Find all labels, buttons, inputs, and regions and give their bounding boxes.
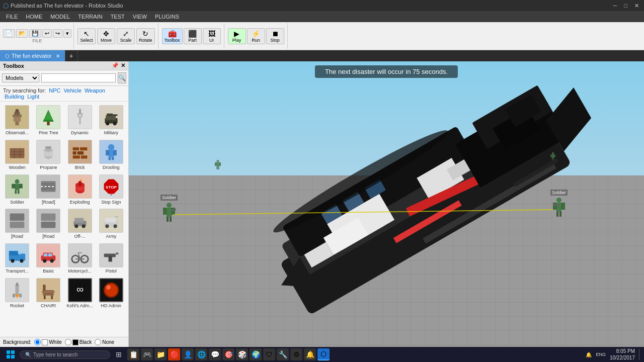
model-brick[interactable]: Brick	[65, 138, 95, 172]
model-road[interactable]: [Road]	[33, 173, 63, 207]
taskbar-app-7[interactable]: 💬	[209, 348, 221, 360]
scale-btn[interactable]: ⤢Scale	[117, 28, 135, 44]
tab-new[interactable]: +	[65, 50, 78, 61]
menu-test[interactable]: TEST	[107, 13, 129, 21]
menu-home[interactable]: HOME	[22, 13, 46, 21]
ribbon-open-btn[interactable]: 📂	[16, 29, 28, 38]
taskbar-app-4[interactable]: 🔴	[168, 348, 180, 360]
taskbar-app-2[interactable]: 🎮	[141, 348, 153, 360]
model-chair[interactable]: CHAIR!	[33, 277, 63, 310]
toolbox-btn[interactable]: 🧰Toolbox	[162, 28, 183, 44]
model-road3[interactable]: [Road	[33, 207, 63, 241]
taskbar-app-12[interactable]: 🔧	[277, 348, 289, 360]
toolbox-title: Toolbox	[3, 63, 24, 69]
suggestion-weapon[interactable]: Weapon	[85, 87, 105, 94]
model-basic[interactable]: Basic	[33, 242, 63, 276]
ribbon-undo-btn[interactable]: ↩	[42, 29, 52, 38]
model-dynamic[interactable]: Dynamic	[65, 104, 95, 137]
ribbon-new-btn[interactable]: 📄	[3, 29, 15, 38]
play-btn[interactable]: ▶Play	[228, 28, 246, 44]
ui-btn[interactable]: 🖼UI	[203, 28, 221, 44]
rotate-btn[interactable]: ↻Rotate	[136, 28, 155, 44]
model-military[interactable]: Military	[96, 104, 126, 137]
bg-black-radio[interactable]	[65, 339, 71, 345]
taskbar-app-1[interactable]: 📋	[127, 348, 139, 360]
model-propane[interactable]: Propane	[33, 138, 63, 172]
model-road2[interactable]: [Road	[2, 207, 32, 241]
toolbox-header: Toolbox 📌 ✕	[0, 61, 128, 70]
menu-file[interactable]: FILE	[2, 13, 22, 21]
toolbox-pin-btn[interactable]: 📌	[112, 62, 119, 69]
menu-model[interactable]: MODEL	[46, 13, 74, 21]
taskbar-app-8[interactable]: 🎯	[222, 348, 234, 360]
taskbar-app-10[interactable]: 🌍	[250, 348, 262, 360]
model-stop-sign[interactable]: STOP Stop Sign	[96, 173, 126, 207]
bg-white-radio[interactable]	[34, 339, 41, 345]
bg-black-label: Black	[79, 339, 92, 345]
bg-none-radio[interactable]	[95, 339, 101, 345]
model-rocket[interactable]: Rocket	[2, 277, 32, 310]
model-exploding[interactable]: Exploding	[65, 173, 95, 207]
toolbox-panel: Toolbox 📌 ✕ Models Decals Audio Meshes P…	[0, 61, 129, 347]
bg-none-option[interactable]: None	[95, 339, 114, 345]
suggestion-light[interactable]: Light	[27, 94, 39, 100]
model-pistol[interactable]: Pistol	[96, 242, 126, 276]
minimize-button[interactable]: ─	[611, 3, 619, 9]
suggestion-vehicle[interactable]: Vehicle	[64, 87, 82, 94]
taskbar-app-3[interactable]: 📁	[154, 348, 167, 360]
suggestion-building[interactable]: Building	[5, 94, 24, 100]
taskbar-app-14[interactable]: 🔔	[304, 348, 316, 360]
menu-view[interactable]: VIEW	[129, 13, 151, 21]
maximize-button[interactable]: □	[622, 3, 629, 9]
task-view-button[interactable]: ⊞	[112, 347, 126, 361]
taskbar-search[interactable]: 🔍 Type here to search	[20, 350, 110, 359]
start-button[interactable]	[3, 347, 18, 361]
taskbar-time: 8:05 PM	[610, 348, 635, 354]
taskbar-app-6[interactable]: 🌐	[195, 348, 207, 360]
model-pine-tree[interactable]: Pine Tree	[33, 104, 63, 137]
models-dropdown[interactable]: Models Decals Audio Meshes Plugins	[2, 73, 39, 82]
ribbon-save-btn[interactable]: 💾	[29, 29, 41, 38]
model-hd-admin[interactable]: HD Admin	[96, 277, 126, 310]
ribbon-insert-group: 🧰Toolbox ⬛Part 🖼UI	[159, 23, 224, 49]
tabs-row: ⬡ The fun elevator ✕ +	[0, 50, 644, 61]
model-observati[interactable]: Observati...	[2, 104, 32, 137]
taskbar-app-11[interactable]: 🛡	[263, 348, 275, 360]
model-army[interactable]: Army	[96, 207, 126, 241]
roblox-studio-taskbar[interactable]: ⬡	[317, 348, 330, 360]
model-kohls-admin[interactable]: ∞ Kohl's Adm...	[65, 277, 95, 310]
taskbar-notif-icon[interactable]: 🔔	[586, 352, 592, 357]
model-soldier[interactable]: Soldier	[2, 173, 32, 207]
taskbar-lang-icon[interactable]: ENG	[596, 352, 606, 357]
taskbar-app-13[interactable]: ⚙	[290, 348, 302, 360]
stop-btn[interactable]: ⏹Stop	[266, 28, 284, 44]
select-btn[interactable]: ↖Select	[77, 28, 96, 44]
move-btn[interactable]: ✥Move	[97, 28, 115, 44]
svg-rect-61	[41, 222, 56, 228]
menu-terrain[interactable]: TERRAIN	[74, 13, 106, 21]
bg-white-option[interactable]: White	[34, 339, 62, 345]
part-btn[interactable]: ⬛Part	[184, 28, 202, 44]
svg-rect-58	[10, 214, 25, 221]
taskbar-app-5[interactable]: 👤	[182, 348, 194, 360]
ribbon-redo-btn[interactable]: ↪	[53, 29, 62, 38]
model-drooling[interactable]: Drooling	[96, 138, 126, 172]
close-button[interactable]: ✕	[632, 3, 641, 9]
viewport[interactable]: Soldier Soldier	[129, 61, 644, 347]
ribbon-extra-btn[interactable]: ▾	[63, 29, 71, 38]
taskbar-app-9[interactable]: 🎲	[236, 348, 248, 360]
taskbar-show-desktop[interactable]	[639, 349, 641, 360]
model-offroad[interactable]: Off-...	[65, 207, 95, 241]
toolbox-search-input[interactable]	[41, 73, 116, 82]
model-transport[interactable]: Transport...	[2, 242, 32, 276]
run-btn[interactable]: ⚡Run	[247, 28, 265, 44]
model-motorcycle[interactable]: Motorcycl...	[65, 242, 95, 276]
toolbox-close-btn[interactable]: ✕	[121, 62, 125, 69]
tab-close-button[interactable]: ✕	[56, 53, 60, 59]
suggestion-npc[interactable]: NPC	[49, 87, 60, 94]
model-wooden[interactable]: Wooden	[2, 138, 32, 172]
menu-plugins[interactable]: PLUGINS	[151, 13, 183, 21]
tab-main[interactable]: ⬡ The fun elevator ✕	[0, 50, 65, 61]
bg-black-option[interactable]: Black	[65, 339, 92, 345]
search-button[interactable]: 🔍	[118, 72, 126, 83]
